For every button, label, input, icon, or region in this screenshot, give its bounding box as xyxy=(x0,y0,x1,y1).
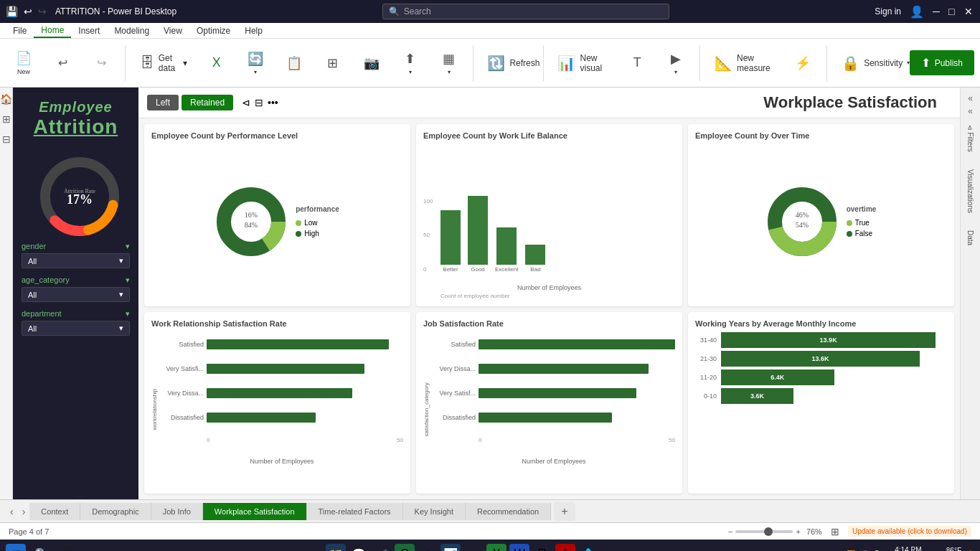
search-taskbar-button[interactable]: 🔍 xyxy=(32,544,52,551)
tab-recommendation[interactable]: Recommendation xyxy=(466,503,551,520)
retained-segment-button[interactable]: Retained xyxy=(182,95,233,110)
dept-filter-select[interactable]: All ▾ xyxy=(22,321,130,336)
undo-button[interactable]: ↩ xyxy=(44,53,80,72)
get-data-button[interactable]: 🗄 Get data ▾ xyxy=(131,47,196,79)
zoom-in-icon[interactable]: + xyxy=(796,527,800,536)
taskview-button[interactable]: ⊟ xyxy=(57,544,77,551)
tab-key-insight[interactable]: Key Insight xyxy=(403,503,466,520)
menu-optimize[interactable]: Optimize xyxy=(189,24,237,37)
new-visual-button[interactable]: 📊 New visual xyxy=(549,47,616,79)
right-panel-arrow-2[interactable]: « xyxy=(968,106,973,116)
tab-prev[interactable]: ‹ xyxy=(6,503,18,520)
taskbar-grammarly[interactable]: G xyxy=(395,544,415,551)
shapes-button[interactable]: ▶ ▾ xyxy=(658,48,694,78)
age-filter-select[interactable]: All ▾ xyxy=(22,287,130,302)
home-sidebar-icon[interactable]: 🏠 xyxy=(0,93,12,105)
ribbon-sep-4 xyxy=(699,45,700,81)
menu-home[interactable]: Home xyxy=(34,24,71,38)
table-button[interactable]: ⊞ xyxy=(315,52,351,74)
chart-grid: Employee Count by Performance Level 16% … xyxy=(138,118,960,499)
tab-job-info[interactable]: Job Info xyxy=(151,503,203,520)
camera-button[interactable]: 📷 xyxy=(354,52,390,74)
data-panel-label[interactable]: Data xyxy=(966,230,974,245)
quick-measure-button[interactable]: ⚡ xyxy=(785,52,821,74)
tab-context[interactable]: Context xyxy=(29,503,80,520)
report-page-title: Workplace Satisfaction xyxy=(763,93,937,112)
zoom-out-icon[interactable]: − xyxy=(728,527,732,536)
start-button[interactable]: ⊞ xyxy=(6,544,26,551)
left-segment-button[interactable]: Left xyxy=(147,95,179,110)
taskbar-slack[interactable]: 💠 xyxy=(578,544,598,551)
menu-view[interactable]: View xyxy=(156,24,189,37)
visualizations-panel-label[interactable]: Visualizations xyxy=(966,169,974,213)
tab-demographic[interactable]: Demographic xyxy=(80,503,151,520)
tab-workplace-satisfaction[interactable]: Workplace Satisfaction xyxy=(203,503,307,520)
workyears-bars: 31-40 13.9K 21-30 13.6K 11-20 xyxy=(695,332,947,487)
taskbar-acrobat[interactable]: A xyxy=(555,544,575,551)
share-button[interactable]: ⬆ ▾ xyxy=(392,48,428,78)
legend-low-dot xyxy=(296,220,301,226)
filters-panel-label[interactable]: ⊲ Filters xyxy=(966,125,974,152)
minimize-button[interactable]: ─ xyxy=(933,6,943,17)
zoom-slider[interactable] xyxy=(735,530,793,533)
taskbar-vlc[interactable]: ▶ xyxy=(463,544,484,551)
table-sidebar-icon[interactable]: ⊞ xyxy=(2,113,11,125)
right-panel-arrow-1[interactable]: « xyxy=(968,93,973,103)
redo-button[interactable]: ↪ xyxy=(83,53,119,72)
age-expand-icon[interactable]: ▾ xyxy=(126,276,130,285)
taskbar-chrome[interactable]: ⊙ xyxy=(418,544,438,551)
menu-file[interactable]: File xyxy=(6,24,34,37)
overtime-legend: overtime True False xyxy=(847,205,877,237)
bar-good: Good xyxy=(468,196,488,273)
sensitivity-button[interactable]: 🔒 Sensitivity ▾ xyxy=(833,49,903,77)
redo-icon[interactable]: ↪ xyxy=(38,6,47,17)
search-box[interactable]: 🔍 Search xyxy=(382,4,669,19)
new-measure-button[interactable]: 📐 New measure xyxy=(706,47,782,79)
taskbar-word[interactable]: W xyxy=(509,544,529,551)
close-button[interactable]: ✕ xyxy=(964,6,974,17)
gender-expand-icon[interactable]: ▾ xyxy=(126,242,130,251)
new-report-button[interactable]: 📄 New xyxy=(6,47,42,78)
user-icon[interactable]: 👤 xyxy=(910,5,924,19)
dataverse-button[interactable]: 🔄 ▾ xyxy=(237,48,273,78)
workrel-x-label: Number of Employees xyxy=(161,458,403,465)
header-controls: ⊲ ⊟ ••• xyxy=(242,97,278,108)
textbox-button[interactable]: T xyxy=(619,52,655,73)
filter-funnel-icon[interactable]: ⊲ xyxy=(242,97,250,108)
calculator-icon: 🖩 xyxy=(537,547,548,551)
report-button[interactable]: 📋 xyxy=(276,52,312,74)
taskbar-excel[interactable]: X xyxy=(486,544,507,551)
teams-icon: 💬 xyxy=(352,547,366,552)
fit-page-icon[interactable]: ⊞ xyxy=(831,526,839,537)
taskbar-powerbi[interactable]: 📊 xyxy=(440,544,461,551)
tab-time-related[interactable]: Time-related Factors xyxy=(307,503,403,520)
zoom-thumb[interactable] xyxy=(764,527,773,536)
menu-insert[interactable]: Insert xyxy=(71,24,107,37)
tab-add-button[interactable]: + xyxy=(554,502,575,521)
undo-icon[interactable]: ↩ xyxy=(24,6,32,17)
model-sidebar-icon[interactable]: ⊟ xyxy=(2,133,11,145)
taskbar-teams[interactable]: 💬 xyxy=(349,544,369,551)
gender-filter-select[interactable]: All ▾ xyxy=(22,253,130,268)
menu-help[interactable]: Help xyxy=(237,24,270,37)
time-date[interactable]: 4:14 PM 10/26/2023 xyxy=(885,546,921,551)
taskbar-calculator[interactable]: 🖩 xyxy=(532,544,552,551)
dept-filter-label: department ▾ xyxy=(22,309,130,319)
publish-button[interactable]: ⬆ Publish xyxy=(910,50,974,75)
excel-button[interactable]: X xyxy=(199,52,235,73)
taskbar-explorer[interactable]: 📁 xyxy=(326,544,346,551)
taskbar-zoom[interactable]: 📹 xyxy=(372,544,392,551)
update-badge[interactable]: Update available (click to download) xyxy=(848,526,971,537)
redo-ribbon-icon: ↪ xyxy=(97,56,106,70)
filter-button[interactable]: ▦ ▾ xyxy=(431,48,467,78)
more-options-icon[interactable]: ••• xyxy=(268,97,278,108)
maximize-button[interactable]: □ xyxy=(948,6,958,17)
overtime-legend-title: overtime xyxy=(847,205,877,213)
overtime-donut-svg: 46% 54% xyxy=(766,186,838,258)
tab-next[interactable]: › xyxy=(18,503,30,520)
menu-modeling[interactable]: Modeling xyxy=(107,24,156,37)
save-icon[interactable]: 💾 xyxy=(6,6,18,17)
dept-expand-icon[interactable]: ▾ xyxy=(126,309,130,319)
expand-icon[interactable]: ⊟ xyxy=(255,97,263,108)
refresh-button[interactable]: 🔃 Refresh xyxy=(479,49,537,77)
